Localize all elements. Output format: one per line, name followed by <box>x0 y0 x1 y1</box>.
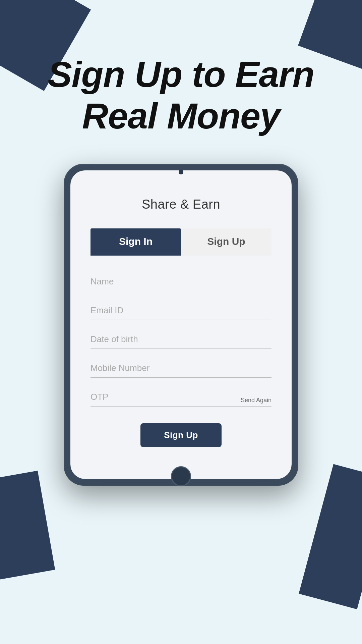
tab-bar: Sign In Sign Up <box>90 228 272 256</box>
tablet-body: Share & Earn Sign In Sign Up <box>64 164 298 486</box>
tablet-screen: Share & Earn Sign In Sign Up <box>70 170 292 479</box>
email-field-group <box>90 301 272 320</box>
app-title: Share & Earn <box>142 197 220 212</box>
tablet-device: Share & Earn Sign In Sign Up <box>64 164 298 486</box>
signup-button[interactable]: Sign Up <box>140 423 222 447</box>
email-input[interactable] <box>90 301 272 320</box>
tab-sign-in[interactable]: Sign In <box>90 228 181 256</box>
hero-title-block: Sign Up to Earn Real Money <box>28 54 335 137</box>
app-container: Share & Earn Sign In Sign Up <box>70 170 292 479</box>
mobile-input[interactable] <box>90 359 272 378</box>
send-again-button[interactable]: Send Again <box>241 397 272 404</box>
dob-field-group <box>90 330 272 349</box>
mobile-field-group <box>90 359 272 378</box>
page-content: Sign Up to Earn Real Money Share & Earn … <box>0 0 362 644</box>
tablet-camera <box>179 170 183 174</box>
name-field-group <box>90 272 272 291</box>
name-input[interactable] <box>90 272 272 291</box>
tablet-home-button[interactable] <box>171 466 191 486</box>
otp-field-group: Send Again <box>90 388 272 407</box>
hero-title: Sign Up to Earn Real Money <box>48 54 314 137</box>
tab-sign-up[interactable]: Sign Up <box>181 228 272 256</box>
dob-input[interactable] <box>90 330 272 349</box>
